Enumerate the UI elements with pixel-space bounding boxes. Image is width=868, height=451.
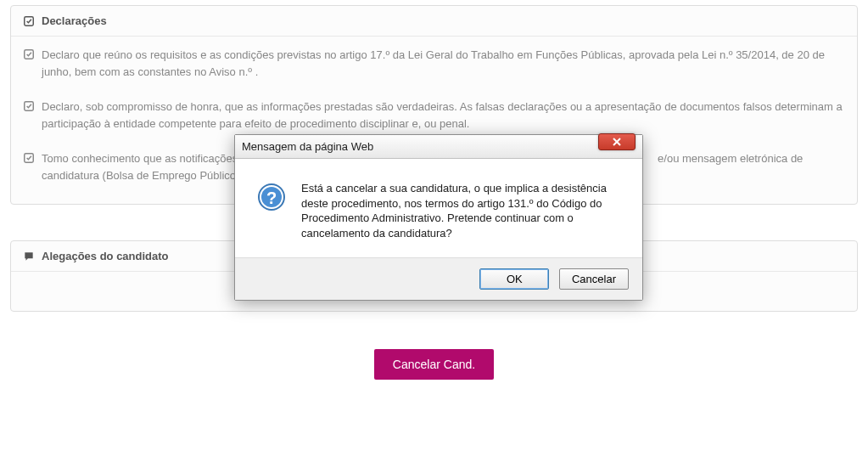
close-icon xyxy=(612,138,622,146)
speech-bubble-icon xyxy=(23,251,35,262)
dialog-titlebar: Mensagem da página Web xyxy=(235,135,642,159)
dialog-body: ? Está a cancelar a sua candidatura, o q… xyxy=(235,159,642,257)
check-square-icon xyxy=(23,100,35,132)
footer: Cancelar Cand. xyxy=(0,349,868,380)
declarations-panel-header: Declarações xyxy=(11,6,857,37)
declaration-item: Declaro que reúno os requisitos e as con… xyxy=(23,47,845,80)
dialog-message: Está a cancelar a sua candidatura, o que… xyxy=(301,181,622,240)
declarations-title: Declarações xyxy=(42,14,107,27)
dialog-ok-button[interactable]: OK xyxy=(479,268,549,290)
cancel-candidature-button[interactable]: Cancelar Cand. xyxy=(374,349,494,380)
declaration-text: Declaro que reúno os requisitos e as con… xyxy=(42,47,845,80)
declaration-text: Declaro, sob compromisso de honra, que a… xyxy=(42,99,845,132)
dialog-close-button[interactable] xyxy=(598,133,636,150)
allegations-title: Alegações do candidato xyxy=(42,250,169,262)
check-square-icon xyxy=(23,152,35,183)
dialog-title-text: Mensagem da página Web xyxy=(242,140,373,153)
declaration-item: Declaro, sob compromisso de honra, que a… xyxy=(23,99,845,132)
question-icon: ? xyxy=(257,183,286,214)
dialog-footer: OK Cancelar xyxy=(235,257,642,300)
check-square-icon xyxy=(23,15,35,27)
svg-text:?: ? xyxy=(266,189,277,207)
confirm-dialog: Mensagem da página Web ? Está a cancelar… xyxy=(234,134,643,301)
dialog-cancel-button[interactable]: Cancelar xyxy=(559,268,629,290)
check-square-icon xyxy=(23,48,35,80)
